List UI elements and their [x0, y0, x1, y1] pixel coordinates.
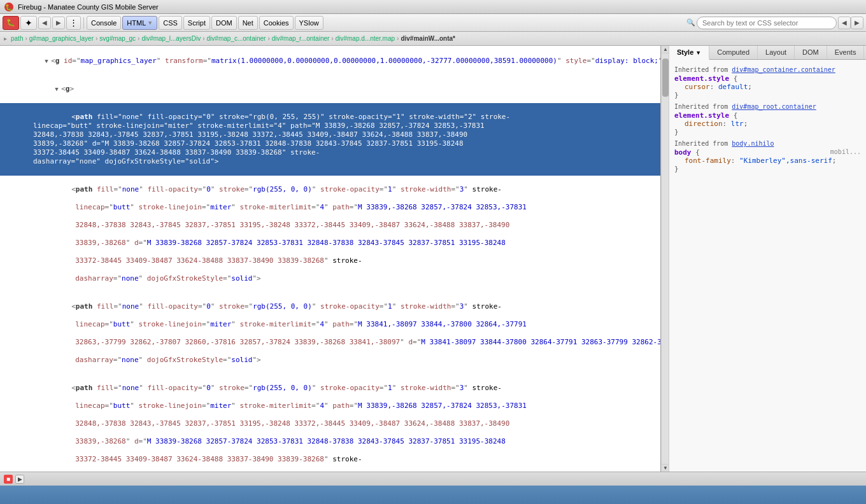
- html-panel-scrollbar[interactable]: ▲ ▼: [661, 46, 669, 472]
- html-line-path3[interactable]: <path fill="none" fill-opacity="0" strok…: [0, 293, 660, 374]
- html-line-g2[interactable]: <g>: [0, 75, 660, 103]
- css-panel-tabs: Style ▼ Computed Layout DOM Events: [669, 46, 866, 60]
- breadcrumb-path[interactable]: path: [11, 35, 23, 42]
- search-next-btn[interactable]: ▶: [851, 17, 863, 29]
- css-prop-font-family: font-family: "Kimberley",sans-serif;: [674, 157, 861, 165]
- css-prop-cursor: cursor: default;: [674, 83, 861, 91]
- firebug-logo-btn[interactable]: 🐛: [3, 16, 19, 30]
- forward-button[interactable]: ▶: [52, 17, 65, 29]
- dom-tab-btn[interactable]: DOM: [211, 16, 237, 30]
- title-bar: 🐛 Firebug - Manatee County GIS Mobile Se…: [0, 0, 866, 14]
- main-area: <g id="map_graphics_layer" transform="ma…: [0, 46, 866, 472]
- css-rule-close-2: }: [674, 128, 861, 136]
- inherited-from-2-link[interactable]: div#map_root.container: [732, 103, 816, 110]
- html-tab-btn[interactable]: HTML ▼: [122, 16, 157, 30]
- scroll-up-arrow[interactable]: ▲: [662, 46, 669, 53]
- yslow-tab-btn[interactable]: YSlow: [295, 16, 323, 30]
- expander-path3: [65, 302, 71, 311]
- window-title: Firebug - Manatee County GIS Mobile Serv…: [18, 3, 159, 11]
- dom-panel-tab[interactable]: DOM: [795, 46, 827, 59]
- css-panel: Style ▼ Computed Layout DOM Events Inher…: [669, 46, 866, 472]
- layout-tab[interactable]: Layout: [758, 46, 795, 59]
- inspect-button[interactable]: ✦: [20, 16, 37, 30]
- breadcrumb-container[interactable]: div#map_c...ontainer: [207, 35, 266, 42]
- search-prev-btn[interactable]: ◀: [838, 17, 851, 29]
- html-line-path4[interactable]: <path fill="none" fill-opacity="0" strok…: [0, 374, 660, 472]
- expander-path1: [65, 113, 71, 122]
- inherited-from-3-link[interactable]: body.nihilo: [732, 140, 774, 147]
- html-line-path2[interactable]: <path fill="none" fill-opacity="0" strok…: [0, 176, 660, 293]
- breadcrumb-mainw[interactable]: div#mainW...onta*: [401, 35, 455, 42]
- html-panel-container: <g id="map_graphics_layer" transform="ma…: [0, 46, 669, 472]
- css-selector-1: element.style {: [674, 74, 861, 83]
- separator-1: [83, 17, 84, 29]
- firebug-title-icon: 🐛: [4, 2, 14, 12]
- breadcrumb-root-container[interactable]: div#map_r...ontainer: [272, 35, 330, 42]
- inherited-from-2-label: Inherited from div#map_root.container: [674, 103, 861, 110]
- css-selector-body: body { mobil...: [674, 148, 861, 157]
- breadcrumb-layers-div[interactable]: div#map_l...ayersDiv: [141, 35, 201, 42]
- html-content: <g id="map_graphics_layer" transform="ma…: [0, 46, 660, 472]
- main-toolbar: 🐛 ✦ ◀ ▶ ⋮ Console HTML ▼ CSS Script DOM …: [0, 14, 866, 32]
- inherited-from-1-link[interactable]: div#map_container.container: [732, 66, 835, 73]
- css-prop-direction: direction: ltr;: [674, 120, 861, 128]
- firebug-icon: 🐛: [4, 2, 14, 12]
- html-line-path1[interactable]: <path fill="none" fill-opacity="0" strok…: [0, 103, 660, 176]
- status-bar: ■ ▶: [0, 472, 866, 486]
- search-bar: 🔍 ◀ ▶: [686, 17, 863, 29]
- inherited-from-1-label: Inherited from div#map_container.contain…: [674, 66, 861, 73]
- expander-path2: [65, 185, 71, 194]
- breadcrumb-map[interactable]: div#map.d...nter.map: [336, 35, 395, 42]
- script-tab-btn[interactable]: Script: [183, 16, 210, 30]
- search-input[interactable]: [697, 17, 837, 29]
- css-rule-close-3: }: [674, 165, 861, 173]
- back-button[interactable]: ◀: [38, 17, 51, 29]
- css-selector-2: element.style {: [674, 111, 861, 120]
- script-toggle-button[interactable]: ⋮: [66, 16, 81, 30]
- breadcrumb: ▸ path › g#map_graphics_layer › svg#map_…: [0, 32, 866, 46]
- net-tab-btn[interactable]: Net: [238, 16, 258, 30]
- css-rule-close-1: }: [674, 91, 861, 99]
- cookies-tab-btn[interactable]: Cookies: [259, 16, 294, 30]
- svg-text:🐛: 🐛: [5, 3, 13, 11]
- css-content: Inherited from div#map_container.contain…: [669, 60, 866, 472]
- css-tab-btn[interactable]: CSS: [159, 16, 182, 30]
- css-rule-element-style-2: element.style { direction: ltr; }: [674, 111, 861, 136]
- breadcrumb-map-graphics[interactable]: g#map_graphics_layer: [29, 35, 94, 42]
- events-tab[interactable]: Events: [827, 46, 865, 59]
- scroll-thumb[interactable]: [662, 59, 669, 97]
- css-rule-element-style-1: element.style { cursor: default; }: [674, 74, 861, 99]
- breadcrumb-svg[interactable]: svg#map_gc: [99, 35, 136, 42]
- inherited-from-3-label: Inherited from body.nihilo: [674, 140, 861, 147]
- status-arrow[interactable]: ▶: [15, 475, 24, 484]
- scroll-down-arrow[interactable]: ▼: [662, 464, 669, 472]
- html-panel[interactable]: <g id="map_graphics_layer" transform="ma…: [0, 46, 661, 472]
- footer-area: [0, 486, 866, 504]
- computed-tab[interactable]: Computed: [709, 46, 758, 59]
- css-rule-body: body { mobil... font-family: "Kimberley"…: [674, 148, 861, 173]
- expander-g[interactable]: [45, 57, 51, 66]
- expander-g2[interactable]: [55, 85, 61, 94]
- status-icon: ■: [4, 475, 13, 484]
- expand-icon[interactable]: ▸: [4, 35, 7, 42]
- style-tab[interactable]: Style ▼: [669, 46, 709, 60]
- expander-path4: [65, 384, 71, 393]
- console-tab-btn[interactable]: Console: [87, 16, 121, 30]
- html-line-g-open[interactable]: <g id="map_graphics_layer" transform="ma…: [0, 47, 660, 75]
